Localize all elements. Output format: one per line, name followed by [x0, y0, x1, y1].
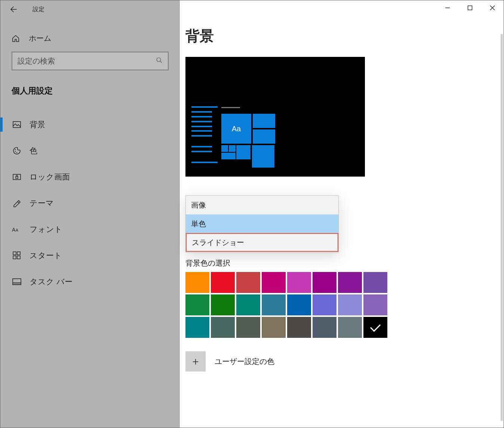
titlebar: 設定: [0, 0, 180, 18]
color-swatch[interactable]: [211, 317, 235, 338]
preview-tiles: Aa: [221, 110, 277, 170]
nav-item-background[interactable]: 背景: [12, 111, 169, 138]
back-button[interactable]: [9, 5, 18, 14]
preview-aa-tile: Aa: [221, 114, 251, 144]
color-swatch[interactable]: [185, 317, 209, 338]
nav-item-label: スタート: [30, 250, 62, 261]
svg-rect-15: [17, 252, 20, 255]
start-icon: [12, 250, 22, 261]
svg-rect-11: [16, 177, 18, 178]
colors-icon: [12, 146, 22, 156]
color-swatch[interactable]: [262, 294, 286, 315]
nav-item-label: 背景: [30, 119, 45, 130]
color-swatch[interactable]: [185, 294, 209, 315]
color-swatch[interactable]: [262, 272, 286, 293]
plus-icon: ＋: [185, 351, 206, 372]
svg-rect-14: [13, 252, 16, 255]
maximize-button[interactable]: [459, 0, 481, 15]
svg-line-5: [160, 61, 162, 63]
color-swatch[interactable]: [313, 272, 336, 293]
color-swatch[interactable]: [185, 272, 209, 293]
window-title: 設定: [33, 6, 44, 13]
color-swatch[interactable]: [236, 272, 260, 293]
background-icon: [12, 119, 22, 130]
category-title: 個人用設定: [12, 85, 169, 97]
content-scrollbar[interactable]: [501, 34, 503, 421]
nav-item-label: タスク バー: [30, 276, 73, 287]
color-swatch[interactable]: [287, 272, 311, 293]
color-swatch[interactable]: [262, 317, 286, 338]
svg-point-7: [15, 149, 16, 150]
nav-list: 背景色ロック画面テーマAAフォントスタートタスク バー: [12, 111, 169, 295]
search-input[interactable]: [18, 57, 156, 65]
home-icon: [12, 34, 22, 43]
content: 背景 Aa 画像単色スライドショー 背景: [180, 0, 504, 428]
svg-point-9: [16, 152, 17, 153]
taskbar-icon: [12, 276, 22, 287]
sidebar: 設定 ホーム 個人用設定 背景色ロック画面テーマAAフォントスタートタスク バー: [0, 0, 180, 428]
svg-rect-1: [468, 6, 472, 10]
svg-rect-17: [17, 256, 20, 259]
themes-icon: [12, 198, 22, 208]
svg-text:A: A: [12, 227, 16, 233]
minimize-button[interactable]: [436, 0, 459, 15]
custom-color-label: ユーザー設定の色: [215, 357, 274, 367]
nav-item-label: 色: [30, 146, 37, 156]
svg-rect-16: [13, 256, 16, 259]
nav-item-taskbar[interactable]: タスク バー: [12, 269, 169, 295]
color-swatch[interactable]: [338, 294, 362, 315]
nav-item-colors[interactable]: 色: [12, 138, 169, 164]
color-swatch[interactable]: [338, 272, 362, 293]
close-button[interactable]: [481, 0, 504, 15]
search-icon: [156, 57, 163, 65]
color-section-label: 背景色の選択: [185, 258, 504, 268]
window-controls: [436, 0, 504, 15]
nav-home-label: ホーム: [29, 33, 51, 43]
svg-point-4: [157, 58, 161, 62]
nav-item-label: ロック画面: [30, 172, 70, 182]
color-swatch[interactable]: [211, 294, 235, 315]
color-swatch[interactable]: [338, 317, 362, 338]
desktop-preview: Aa: [185, 57, 365, 177]
dropdown-option[interactable]: 画像: [186, 196, 338, 214]
nav-item-label: テーマ: [30, 198, 54, 208]
nav-item-label: フォント: [30, 224, 62, 235]
color-swatch[interactable]: [313, 294, 336, 315]
svg-point-8: [15, 151, 16, 152]
nav-item-themes[interactable]: テーマ: [12, 190, 169, 216]
color-swatch[interactable]: [363, 294, 387, 315]
color-swatch[interactable]: [313, 317, 336, 338]
color-swatch[interactable]: [287, 294, 311, 315]
svg-text:A: A: [16, 228, 18, 232]
dropdown-option[interactable]: スライドショー: [186, 233, 338, 252]
background-dropdown[interactable]: 画像単色スライドショー: [185, 195, 339, 253]
fonts-icon: AA: [12, 224, 22, 235]
nav-item-lockscreen[interactable]: ロック画面: [12, 164, 169, 190]
preview-tasklist: [191, 106, 221, 170]
dropdown-option[interactable]: 単色: [186, 214, 338, 233]
color-swatch[interactable]: [211, 272, 235, 293]
color-swatch[interactable]: [236, 294, 260, 315]
color-swatch[interactable]: [363, 272, 387, 293]
lockscreen-icon: [12, 172, 22, 182]
color-swatch[interactable]: [287, 317, 311, 338]
custom-color-row[interactable]: ＋ ユーザー設定の色: [185, 351, 504, 372]
nav-item-start[interactable]: スタート: [12, 242, 169, 269]
search-box[interactable]: [12, 52, 169, 70]
color-swatch-grid: [185, 272, 389, 338]
color-swatch[interactable]: [363, 317, 387, 338]
nav-home[interactable]: ホーム: [12, 33, 169, 43]
color-swatch[interactable]: [236, 317, 260, 338]
page-title: 背景: [185, 27, 504, 46]
nav-item-fonts[interactable]: AAフォント: [12, 216, 169, 242]
